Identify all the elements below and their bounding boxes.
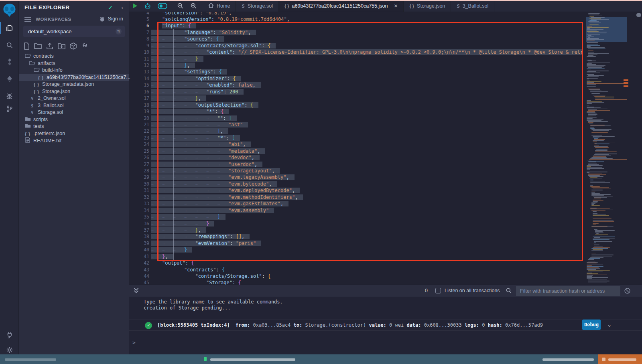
debug-button[interactable]: Debug (582, 320, 601, 330)
line-number: 42 (129, 260, 149, 266)
window-top-edge (0, 0, 642, 1)
tree-item-a69b43f277ba20fcac141151250ca7-[interactable]: { }a69b43f277ba20fcac141151250ca7... (19, 74, 129, 81)
tree-item-build-info[interactable]: build-info (19, 67, 129, 74)
ai-assistant-button[interactable] (141, 0, 154, 12)
code-line-44[interactable]: 44 "contracts/Storage.sol": { (129, 273, 583, 279)
overview-ruler (623, 12, 629, 285)
line-number: 36 (129, 220, 149, 227)
line-number: 35 (129, 214, 149, 220)
rail-debugger-button[interactable] (0, 89, 19, 103)
tree-item-storage-sol[interactable]: SStorage.sol (19, 109, 129, 116)
upload-file-icon[interactable] (46, 42, 53, 50)
sign-in-button[interactable]: Sign in (100, 16, 123, 22)
remix-ide-window: FILE EXPLORER ✓ › WORKSPACES Sign in def… (0, 0, 642, 364)
braces-icon: { } (33, 89, 40, 96)
transaction-filter-input[interactable] (516, 286, 620, 296)
line-number: 7 (129, 29, 149, 36)
status-center-text (210, 358, 295, 361)
zoom-in-button[interactable] (187, 0, 200, 12)
bug-icon (6, 93, 13, 99)
code-line-4[interactable]: 4 "solcVersion": "0.8.19", (129, 12, 583, 16)
terminal-output[interactable]: Type the library name to see available c… (129, 297, 642, 354)
tree-item-scripts[interactable]: scripts (19, 116, 129, 123)
panel-expand-icon[interactable]: › (121, 4, 123, 11)
line-number: 33 (129, 200, 149, 207)
line-number: 31 (129, 187, 149, 194)
line-number: 32 (129, 194, 149, 200)
code-editor[interactable]: 4 "solcVersion": "0.8.19",5 "solcLongVer… (129, 12, 642, 285)
status-alert-segment[interactable] (598, 354, 642, 364)
clear-console-icon[interactable] (624, 287, 631, 294)
icon-rail (0, 0, 19, 364)
terminal-search-icon[interactable] (506, 287, 512, 294)
tree-item--prettierrc-json[interactable]: { }.prettierrc.json (19, 130, 129, 138)
line-number: 28 (129, 168, 149, 174)
tx-summary: [block:5583405 txIndex:4] from: 0xa03...… (157, 322, 543, 328)
line-number: 13 (129, 69, 149, 75)
folder-open-icon (29, 60, 35, 68)
play-icon (132, 3, 138, 9)
remix-logo-icon[interactable] (2, 3, 17, 18)
listen-transactions-checkbox[interactable] (435, 288, 441, 293)
sign-in-label: Sign in (108, 16, 123, 22)
line-number: 40 (129, 247, 149, 253)
code-line-43[interactable]: 43 "contracts": { (129, 267, 583, 273)
collapse-terminal-icon[interactable] (133, 287, 139, 294)
line-number: 11 (129, 56, 149, 62)
tx-expand-chevron-icon[interactable]: ⌄ (607, 321, 611, 328)
code-line-5[interactable]: 5 "solcLongVersion": "0.8.19+commit.7dd6… (129, 16, 583, 22)
tab-a69b43f277ba20fcac141151250ca755-json[interactable]: { }a69b43f277ba20fcac141151250ca755.json… (279, 0, 404, 12)
tree-item-storage-metadata-json[interactable]: { }Storage_metadata.json (19, 81, 129, 88)
rail-solidity-compiler-button[interactable] (0, 55, 19, 69)
line-number: 39 (129, 240, 149, 247)
tab-label: Storage.json (417, 3, 445, 9)
rail-git-button[interactable] (0, 102, 19, 115)
new-folder-icon[interactable] (34, 42, 42, 49)
line-number: 10 (129, 49, 149, 55)
tree-item-label: Storage.sol (38, 109, 63, 115)
folder-open-icon (33, 67, 40, 75)
status-left-text (5, 358, 56, 361)
tab-icon (208, 3, 214, 9)
upload-folder-icon[interactable] (58, 42, 65, 49)
workspace-select[interactable]: default_workspace ⇅ (23, 26, 125, 37)
link-icon[interactable] (81, 42, 89, 48)
line-number: 23 (129, 135, 149, 141)
tree-item-storage-json[interactable]: { }Storage.json (19, 88, 129, 95)
tabs-container: HomeSStorage.sol{ }a69b43f277ba20fcac141… (203, 0, 494, 12)
tree-item-contracts[interactable]: contracts (19, 53, 129, 60)
rail-deploy-and-run-button[interactable] (0, 72, 19, 86)
tree-item-artifacts[interactable]: artifacts (19, 60, 129, 67)
tree-item-readme-txt[interactable]: README.txt (19, 137, 129, 144)
ipfs-cube-icon[interactable] (70, 42, 77, 50)
run-script-button[interactable] (129, 0, 141, 12)
zoom-out-button[interactable] (174, 0, 187, 12)
assistant-toggle[interactable] (154, 0, 171, 12)
transaction-count: 0 (425, 288, 428, 293)
solidity-icon: S (29, 103, 35, 110)
terminal-prompt[interactable]: > (132, 340, 136, 346)
tab-home[interactable]: Home (203, 0, 236, 12)
tab-storage-sol[interactable]: SStorage.sol (236, 0, 279, 12)
transaction-row[interactable]: ✓ [block:5583405 txIndex:4] from: 0xa03.… (129, 320, 642, 331)
code-line-45[interactable]: 45 "Storage": { (129, 279, 583, 285)
tree-item-label: scripts (33, 117, 48, 122)
rail-search-button[interactable] (0, 38, 19, 52)
rail-file-explorer-button[interactable] (0, 21, 19, 35)
tree-item-tests[interactable]: tests (19, 123, 129, 130)
editor-scrollbar[interactable] (636, 12, 642, 285)
scrollbar-thumb[interactable] (636, 13, 641, 17)
new-file-icon[interactable] (24, 42, 30, 50)
rail-plugin-manager-button[interactable] (0, 328, 19, 342)
tab-3-ballot-sol[interactable]: S3_Ballot.sol (451, 0, 494, 12)
workspaces-menu-icon[interactable] (24, 16, 31, 22)
folder-closed-icon (24, 123, 31, 131)
toggle-icon (158, 3, 167, 9)
terminal-header: 0 Listen on all transactions (129, 285, 642, 297)
tab-storage-json[interactable]: { }Storage.json (404, 0, 451, 12)
tree-item-2-owner-sol[interactable]: S2_Owner.sol (19, 95, 129, 102)
line-number: 6 (129, 22, 149, 29)
tree-item-3-ballot-sol[interactable]: S3_Ballot.sol (19, 102, 129, 109)
tab-close-icon[interactable]: ✕ (394, 3, 398, 9)
minimap[interactable] (586, 12, 627, 285)
